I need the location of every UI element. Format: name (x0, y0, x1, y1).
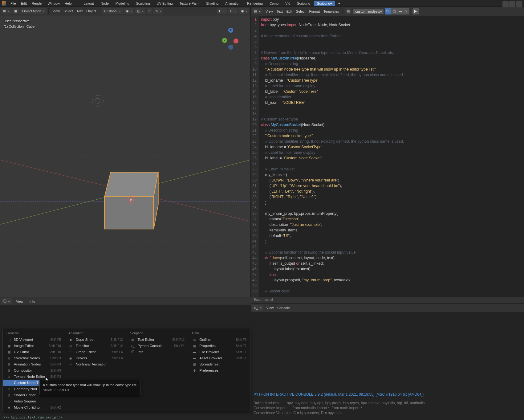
editor-type-dropdown[interactable]: ⓘ (1, 298, 12, 304)
mode-dropdown[interactable]: Object Mode (20, 8, 47, 14)
visibility-dropdown[interactable]: ◐ (217, 8, 227, 14)
menu-item-shortcut: Shift F9 (236, 338, 246, 341)
tab-rendering[interactable]: Rendering (244, 1, 266, 6)
code-content[interactable]: import bpyfrom bpy.types import NodeTree… (259, 16, 524, 297)
editor-menu-item-drivers[interactable]: ◉DriversShift F6 (65, 355, 127, 361)
tab-vid[interactable]: Vid (282, 1, 293, 6)
svg-point-9 (92, 95, 103, 106)
menu-col-header: Animation (65, 330, 127, 336)
menu-item-icon: ☰ (192, 338, 197, 341)
proportional-dropdown[interactable]: ∿ (153, 8, 163, 14)
view-menu[interactable]: View (14, 299, 25, 304)
text-menu-edit[interactable]: Edit (285, 9, 294, 14)
editor-menu-item-asset-browser[interactable]: ▬Asset BrowserShift F1 (188, 355, 250, 361)
syntax-highlight-toggle[interactable] (516, 1, 522, 7)
orientation-dropdown[interactable]: ⊕ Global (102, 8, 123, 14)
tab-uv-editing[interactable]: UV Editing (154, 1, 176, 6)
editor-menu-item-properties[interactable]: ▦PropertiesShift F7 (188, 343, 250, 349)
info-menu[interactable]: Info (28, 299, 37, 304)
gizmo-x-axis[interactable] (234, 39, 238, 43)
editor-type-dropdown[interactable]: ▤ (252, 8, 262, 14)
mode-icon[interactable]: ▣ (12, 8, 19, 14)
browse-text-icon[interactable]: ▤ (345, 8, 351, 14)
viewport-menu-view[interactable]: View (51, 8, 62, 14)
menu-item-label: Graph Editor (76, 350, 96, 354)
menu-item-icon: ▦ (6, 344, 11, 348)
menu-item-icon: ⊞ (6, 356, 11, 360)
editor-menu-item-text-editor[interactable]: ▤Text EditorShift F11 (127, 336, 189, 343)
shield-icon[interactable]: 🛡 (385, 8, 391, 14)
editor-menu-item-movie-clip-editor[interactable]: ◉Movie Clip EditorShift F2 (3, 404, 65, 410)
add-workspace-button[interactable]: + (336, 1, 343, 6)
editor-menu-item-file-browser[interactable]: ▬File BrowserShift F1 (188, 349, 250, 355)
editor-menu-item-timeline[interactable]: ◷TimelineShift F12 (65, 343, 127, 349)
editor-menu-item-image-editor[interactable]: ▦Image EditorShift F10 (3, 343, 65, 349)
unlink-icon[interactable]: ✕ (403, 8, 409, 14)
editor-menu-item-sverchok-nodes[interactable]: ⊞Sverchok NodesShift F3 (3, 355, 65, 361)
menu-col-header: Scripting (127, 330, 189, 336)
menu-item-label: Text Editor (138, 338, 154, 341)
editor-menu-item-compositor[interactable]: ⊞CompositorShift F3 (3, 367, 65, 373)
editor-menu-item-video-sequen[interactable]: ▭Video Sequen (3, 398, 65, 404)
editor-menu-item-texture-node-editor[interactable]: ⊞Texture Node EditorShift F3 (3, 373, 65, 380)
tab-sculpting[interactable]: Sculpting (133, 1, 153, 6)
nav-gizmo[interactable] (220, 28, 241, 49)
snap-toggle[interactable]: ◫ (135, 8, 145, 14)
editor-menu-item-python-console[interactable]: >_Python ConsoleShift F4 (127, 343, 189, 349)
console-menu-view[interactable]: View (265, 305, 276, 311)
text-menu-templates[interactable]: Templates (322, 9, 341, 14)
gizmo-z-axis[interactable] (228, 28, 233, 33)
tab-scripting[interactable]: Scripting (294, 1, 313, 6)
menu-file[interactable]: File (8, 1, 18, 6)
tab-texture-paint[interactable]: Texture Paint (177, 1, 202, 6)
editor-menu-item-animation-nodes[interactable]: ⊞Animation NodesShift F3 (3, 361, 65, 367)
text-menu-text[interactable]: Text (275, 9, 285, 14)
new-icon[interactable]: ◫ (391, 8, 397, 14)
editor-menu-item-info[interactable]: ⓘInfo (127, 349, 189, 355)
text-menu-view[interactable]: View (264, 9, 275, 14)
tab-animation[interactable]: Animation (222, 1, 243, 6)
tab-scripting+[interactable]: Scripting+ (314, 1, 335, 6)
menu-item-icon: ▭ (6, 399, 11, 403)
gizmo-dropdown[interactable]: ⊕ (228, 8, 238, 14)
tab-node[interactable]: Node (98, 1, 112, 6)
menu-col-header: Data (188, 330, 250, 336)
editor-menu-item-outliner[interactable]: ☰OutlinerShift F9 (188, 336, 250, 343)
pivot-dropdown[interactable]: ◉ (124, 8, 134, 14)
line-numbers-toggle[interactable] (502, 1, 509, 7)
code-area[interactable]: 1234567891011121314151617181920212223242… (251, 16, 524, 297)
editor-menu-item-nonlinear-animation[interactable]: ≡Nonlinear Animation (65, 361, 127, 367)
console-menu-console[interactable]: Console (275, 305, 291, 311)
text-menu-select[interactable]: Select (294, 9, 307, 14)
editor-type-dropdown[interactable]: >_ (252, 305, 263, 311)
overlay-dropdown[interactable]: ◉ (239, 8, 249, 14)
gizmo-z-neg-axis[interactable] (228, 45, 233, 50)
editor-type-dropdown[interactable]: ⊞ (1, 8, 11, 14)
editor-menu-item-uv-editor[interactable]: ▦UV EditorShift F10 (3, 349, 65, 355)
tab-modeling[interactable]: Modeling (112, 1, 132, 6)
editor-menu-item-graph-editor[interactable]: 〰Graph EditorShift F6 (65, 349, 127, 355)
menu-help[interactable]: Help (62, 1, 74, 6)
editor-menu-item-spreadsheet[interactable]: ▦Spreadsheet (188, 361, 250, 367)
tab-layout[interactable]: Layout (81, 1, 97, 6)
tab-shading[interactable]: Shading (203, 1, 221, 6)
filename-input[interactable]: custom_nodes.py (353, 9, 384, 14)
editor-menu-item-3d-viewport[interactable]: ◫3D ViewportShift F5 (3, 336, 65, 343)
menu-render[interactable]: Render (29, 1, 45, 6)
menu-edit[interactable]: Edit (18, 1, 29, 6)
viewport-menu-add[interactable]: Add (75, 8, 85, 14)
text-menu-format[interactable]: Format (307, 9, 322, 14)
gizmo-y-axis[interactable] (222, 38, 227, 43)
menu-item-label: Asset Browser (199, 356, 222, 360)
tab-comp[interactable]: Comp (266, 1, 282, 6)
editor-menu-item-dope-sheet[interactable]: ◆Dope SheetShift F12 (65, 336, 127, 343)
run-script-button[interactable] (412, 8, 419, 14)
viewport-menu-select[interactable]: Select (62, 8, 75, 14)
console-output[interactable]: PYTHON INTERACTIVE CONSOLE 3.9.2 (defaul… (251, 312, 524, 420)
open-icon[interactable]: ▬ (397, 8, 403, 14)
proportional-edit-toggle[interactable]: ○ (147, 8, 152, 14)
menu-window[interactable]: Window (45, 1, 62, 6)
viewport-menu-object[interactable]: Object (84, 8, 98, 14)
editor-menu-item-preferences[interactable]: ⚙Preferences (188, 367, 250, 373)
word-wrap-toggle[interactable] (509, 1, 515, 7)
